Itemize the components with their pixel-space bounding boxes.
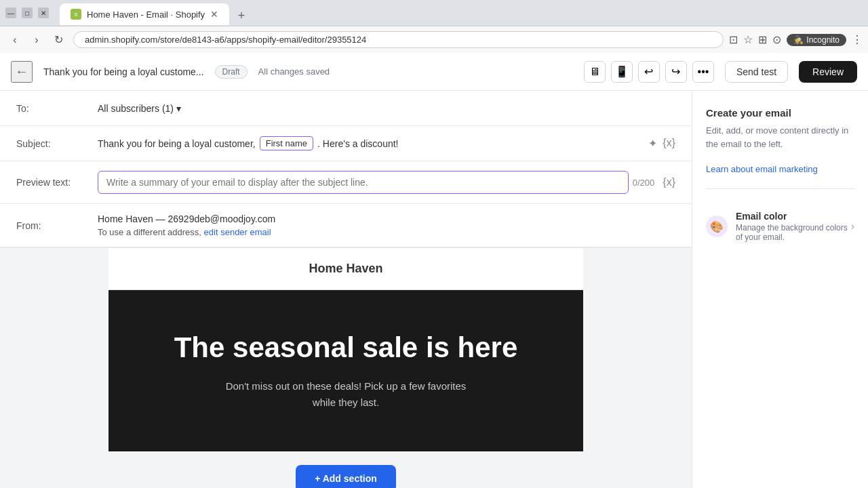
email-color-row[interactable]: 🎨 Email color Manage the background colo… bbox=[706, 203, 854, 250]
extensions-icon[interactable]: ⊞ bbox=[758, 33, 767, 46]
draft-badge: Draft bbox=[215, 65, 248, 79]
browser-window: — □ ✕ S Home Haven - Email · Shopify ✕ +… bbox=[0, 0, 868, 488]
main-content: To: All subscribers (1) ▾ Subject: Than bbox=[0, 91, 868, 488]
browser-icons: ⊡ ☆ ⊞ ⊙ 🕵 Incognito ⋮ bbox=[729, 33, 863, 46]
variables-icon[interactable]: {x} bbox=[663, 137, 675, 150]
tab-favicon: S bbox=[71, 9, 81, 20]
from-label: From: bbox=[16, 220, 98, 231]
email-preview: Home Haven The seasonal sale is here Don… bbox=[0, 248, 692, 488]
app-header: ← Thank you for being a loyal custome...… bbox=[0, 53, 868, 91]
desktop-view-button[interactable]: 🖥 bbox=[584, 61, 606, 83]
incognito-label: Incognito bbox=[806, 35, 840, 45]
url-text: admin.shopify.com/store/de8143-a6/apps/s… bbox=[85, 35, 366, 45]
send-test-button[interactable]: Send test bbox=[725, 61, 788, 83]
window-minimize[interactable]: — bbox=[5, 7, 16, 18]
right-sidebar: Create your email Edit, add, or move con… bbox=[692, 91, 868, 488]
menu-icon[interactable]: ⋮ bbox=[852, 33, 863, 46]
hero-title: The seasonal sale is here bbox=[136, 331, 556, 365]
title-bar: — □ ✕ S Home Haven - Email · Shopify ✕ + bbox=[0, 0, 868, 26]
subscribers-dropdown[interactable]: All subscribers (1) ▾ bbox=[98, 103, 181, 114]
preview-text-field-row: Preview text: 0/200 {x} bbox=[0, 161, 692, 204]
subject-suffix: . Here's a discount! bbox=[317, 138, 398, 149]
create-email-title: Create your email bbox=[706, 107, 854, 119]
learn-email-marketing-link[interactable]: Learn about email marketing bbox=[706, 164, 818, 174]
preview-value: 0/200 {x} bbox=[98, 171, 675, 194]
subscribers-text: All subscribers (1) bbox=[98, 103, 174, 114]
to-value: All subscribers (1) ▾ bbox=[98, 103, 675, 114]
create-email-section: Create your email Edit, add, or move con… bbox=[706, 107, 854, 189]
from-hint: To use a different address, edit sender … bbox=[98, 227, 275, 237]
window-maximize[interactable]: □ bbox=[22, 7, 33, 18]
to-label: To: bbox=[16, 103, 98, 114]
active-tab[interactable]: S Home Haven - Email · Shopify ✕ bbox=[60, 3, 229, 25]
undo-button[interactable]: ↩ bbox=[638, 61, 660, 83]
subject-field-row: Subject: Thank you for being a loyal cus… bbox=[0, 126, 692, 161]
color-info: Email color Manage the background colors… bbox=[736, 211, 851, 242]
color-icon: 🎨 bbox=[706, 216, 728, 237]
close-tab-icon[interactable]: ✕ bbox=[210, 9, 218, 20]
subject-icons: ✦ {x} bbox=[648, 137, 675, 150]
preview-label: Preview text: bbox=[16, 177, 98, 188]
nav-buttons: ‹ › ↻ bbox=[5, 30, 68, 49]
window-controls: — □ ✕ bbox=[5, 7, 49, 18]
preview-text-input[interactable] bbox=[98, 171, 629, 194]
add-section-container: + Add section bbox=[0, 451, 692, 488]
from-field-row: From: Home Haven — 26929deb@moodjoy.com … bbox=[0, 204, 692, 247]
tab-title: Home Haven - Email · Shopify bbox=[87, 9, 205, 20]
email-color-title: Email color bbox=[736, 211, 851, 222]
dropdown-chevron-icon: ▾ bbox=[176, 103, 181, 114]
new-tab-button[interactable]: + bbox=[232, 6, 251, 25]
mobile-view-button[interactable]: 📱 bbox=[611, 61, 633, 83]
hero-body-line2: while they last. bbox=[136, 394, 556, 411]
from-address: Home Haven — 26929deb@moodjoy.com bbox=[98, 214, 275, 224]
hero-body-line1: Don't miss out on these deals! Pick up a… bbox=[136, 378, 556, 394]
more-options-button[interactable]: ••• bbox=[692, 61, 714, 83]
email-body: Home Haven The seasonal sale is here Don… bbox=[108, 248, 583, 451]
screen-share-icon[interactable]: ⊡ bbox=[729, 33, 738, 46]
email-color-chevron-icon: › bbox=[851, 220, 854, 232]
review-button[interactable]: Review bbox=[799, 61, 857, 83]
create-email-desc: Edit, add, or move content directly in t… bbox=[706, 124, 854, 150]
header-icons: 🖥 📱 ↩ ↪ ••• bbox=[584, 61, 714, 83]
url-bar[interactable]: admin.shopify.com/store/de8143-a6/apps/s… bbox=[73, 31, 724, 48]
email-hero[interactable]: The seasonal sale is here Don't miss out… bbox=[108, 290, 583, 451]
first-name-tag[interactable]: First name bbox=[260, 136, 313, 150]
forward-button[interactable]: › bbox=[27, 30, 46, 49]
address-bar: ‹ › ↻ admin.shopify.com/store/de8143-a6/… bbox=[0, 26, 868, 53]
subject-prefix: Thank you for being a loyal customer, bbox=[98, 138, 256, 149]
to-field-row: To: All subscribers (1) ▾ bbox=[0, 91, 692, 126]
profile-icon[interactable]: ⊙ bbox=[772, 33, 781, 46]
bookmark-icon[interactable]: ☆ bbox=[743, 33, 753, 46]
subject-label: Subject: bbox=[16, 138, 98, 149]
incognito-badge: 🕵 Incognito bbox=[787, 34, 846, 46]
back-button[interactable]: ‹ bbox=[5, 30, 24, 49]
preview-variables-icon[interactable]: {x} bbox=[663, 176, 675, 188]
saved-status: All changes saved bbox=[258, 66, 330, 77]
email-title: Thank you for being a loyal custome... bbox=[43, 66, 204, 77]
window-close[interactable]: ✕ bbox=[38, 7, 49, 18]
subject-value: Thank you for being a loyal customer, Fi… bbox=[98, 136, 648, 150]
edit-sender-email-link[interactable]: edit sender email bbox=[204, 227, 271, 237]
reload-button[interactable]: ↻ bbox=[49, 30, 68, 49]
add-section-button[interactable]: + Add section bbox=[296, 465, 396, 488]
email-brand: Home Haven bbox=[108, 248, 583, 290]
from-value: Home Haven — 26929deb@moodjoy.com To use… bbox=[98, 214, 275, 237]
email-editor: To: All subscribers (1) ▾ Subject: Than bbox=[0, 91, 692, 488]
back-to-list-button[interactable]: ← bbox=[11, 61, 33, 83]
ai-enhance-icon[interactable]: ✦ bbox=[648, 137, 657, 150]
editor-fields: To: All subscribers (1) ▾ Subject: Than bbox=[0, 91, 692, 248]
redo-button[interactable]: ↪ bbox=[665, 61, 687, 83]
char-count: 0/200 bbox=[633, 178, 655, 188]
email-color-desc: Manage the background colors of your ema… bbox=[736, 223, 851, 242]
tab-bar: S Home Haven - Email · Shopify ✕ + bbox=[54, 1, 256, 25]
incognito-icon: 🕵 bbox=[793, 35, 804, 45]
